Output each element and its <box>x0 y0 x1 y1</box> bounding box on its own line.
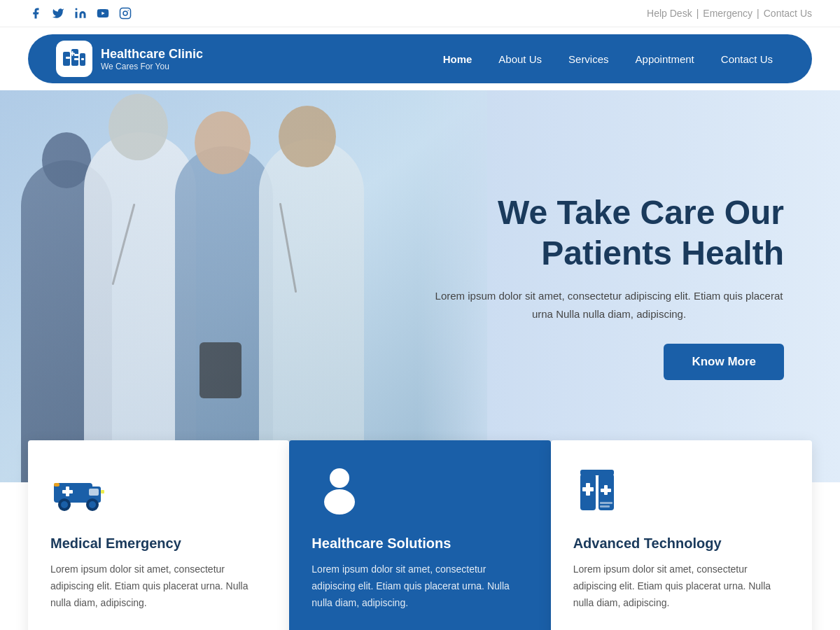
nav-services[interactable]: Services <box>557 48 620 71</box>
nav-contact[interactable]: Contact Us <box>710 48 784 71</box>
svg-rect-11 <box>81 58 84 60</box>
svg-rect-13 <box>70 53 75 55</box>
svg-point-0 <box>76 8 78 10</box>
svg-point-27 <box>335 505 340 509</box>
nav-links: Home About Us Services Appointment Conta… <box>432 48 784 71</box>
technology-card: Advanced Technology Lorem ipsum dolor si… <box>551 440 812 630</box>
cards-section: Medical Emergency Lorem ipsum dolor sit … <box>28 440 812 630</box>
youtube-icon[interactable] <box>95 6 111 21</box>
nav-appointment[interactable]: Appointment <box>624 48 706 71</box>
svg-rect-35 <box>600 502 612 504</box>
svg-rect-7 <box>66 57 70 59</box>
contact-us-top-link[interactable]: Contact Us <box>764 8 812 19</box>
clinic-name: Healthcare Clinic <box>101 47 203 62</box>
svg-rect-24 <box>101 490 104 493</box>
navbar: Healthcare Clinic We Cares For You Home … <box>28 34 812 83</box>
svg-point-25 <box>330 468 349 488</box>
linkedin-icon[interactable] <box>73 6 88 21</box>
svg-point-3 <box>123 11 127 15</box>
solutions-card-title: Healthcare Solutions <box>312 536 528 552</box>
svg-rect-2 <box>120 8 131 19</box>
hero-section: We Take Care Our Patients Health Lorem i… <box>0 90 840 482</box>
technology-card-desc: Lorem ipsum dolor sit amet, consectetur … <box>573 561 790 611</box>
top-bar: Help Desk | Emergency | Contact Us <box>0 0 840 27</box>
technology-icon <box>573 465 629 522</box>
svg-point-22 <box>89 501 96 508</box>
svg-point-20 <box>61 501 68 508</box>
hero-description: Lorem ipsum dolor sit amet, consectetur … <box>434 287 784 323</box>
svg-rect-23 <box>54 483 59 486</box>
separator1: | <box>696 8 699 19</box>
technology-card-title: Advanced Technology <box>573 536 790 552</box>
emergency-card-title: Medical Emergency <box>50 536 267 552</box>
clinic-tagline: We Cares For You <box>101 62 203 71</box>
hero-title: We Take Care Our Patients Health <box>434 192 784 273</box>
instagram-icon[interactable] <box>118 6 133 21</box>
svg-point-4 <box>127 10 129 11</box>
svg-rect-8 <box>74 54 78 56</box>
nav-home[interactable]: Home <box>432 48 484 71</box>
solutions-card-desc: Lorem ipsum dolor sit amet, consectetur … <box>312 561 528 611</box>
solutions-icon <box>312 465 368 522</box>
svg-rect-9 <box>74 58 78 60</box>
emergency-link[interactable]: Emergency <box>703 8 752 19</box>
nav-about[interactable]: About Us <box>487 48 553 71</box>
know-more-button[interactable]: Know More <box>664 344 784 380</box>
logo-area: Healthcare Clinic We Cares For You <box>56 41 203 77</box>
emergency-card-desc: Lorem ipsum dolor sit amet, consectetur … <box>50 561 267 611</box>
hero-content: We Take Care Our Patients Health Lorem i… <box>434 192 784 380</box>
logo-icon <box>56 41 92 77</box>
svg-rect-18 <box>62 490 73 493</box>
emergency-icon <box>50 465 106 522</box>
facebook-icon[interactable] <box>28 6 43 21</box>
svg-rect-31 <box>582 487 594 491</box>
help-desk-link[interactable]: Help Desk <box>647 8 692 19</box>
solutions-card: Healthcare Solutions Lorem ipsum dolor s… <box>289 440 550 630</box>
svg-rect-16 <box>89 489 99 496</box>
svg-rect-36 <box>600 505 610 507</box>
separator2: | <box>757 8 760 19</box>
social-icons <box>28 6 133 21</box>
twitter-icon[interactable] <box>50 6 66 21</box>
top-links: Help Desk | Emergency | Contact Us <box>647 8 812 19</box>
logo-text: Healthcare Clinic We Cares For You <box>101 47 203 71</box>
svg-rect-33 <box>601 489 611 492</box>
svg-rect-34 <box>580 470 614 475</box>
emergency-card: Medical Emergency Lorem ipsum dolor sit … <box>28 440 289 630</box>
